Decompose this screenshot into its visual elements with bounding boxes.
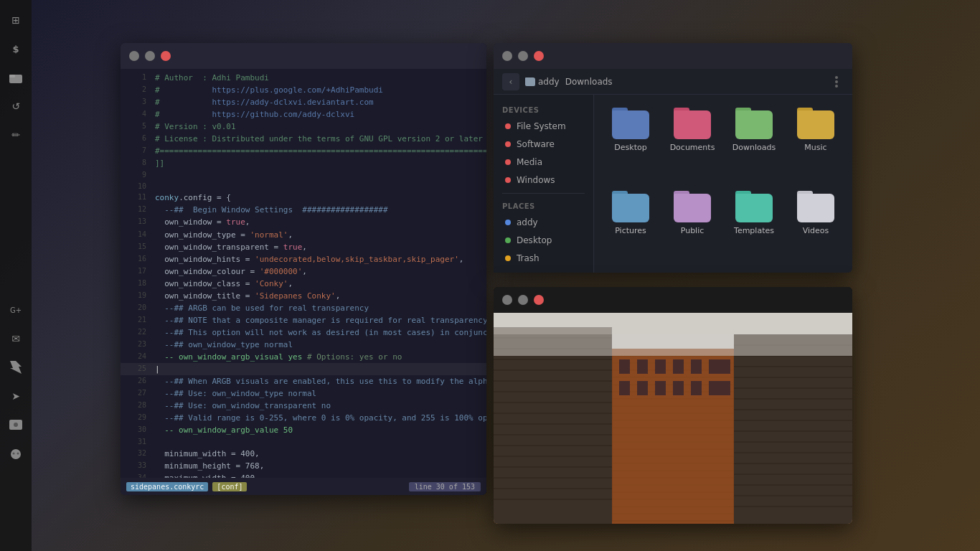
svg-rect-37 (655, 359, 666, 374)
code-line: 9 (121, 169, 486, 181)
folder-public-label: Public (681, 226, 705, 235)
code-content[interactable]: 1# Author : Adhi Pambudi 2# https://plus… (121, 69, 486, 478)
folder-desktop-icon (612, 108, 649, 139)
more-options-button[interactable] (829, 75, 844, 89)
folder-videos[interactable]: Videos (788, 187, 844, 264)
code-editor-window: 1# Author : Adhi Pambudi 2# https://plus… (121, 43, 486, 495)
dollar-icon[interactable]: $ (4, 37, 27, 60)
folder-public-icon (674, 191, 711, 222)
file-manager-body: DEVICES File System Software Media Windo… (494, 95, 852, 273)
svg-rect-44 (655, 381, 666, 395)
svg-marker-2 (10, 361, 22, 374)
folder-downloads[interactable]: Downloads (726, 103, 782, 181)
img-minimize-button[interactable] (502, 295, 512, 305)
sidebar-item-media[interactable]: Media (496, 154, 590, 171)
folder-public[interactable]: Public (664, 187, 720, 264)
code-line: 12 --## Begin Window Settings ##########… (121, 204, 486, 216)
sidebar-item-filesystem[interactable]: File System (496, 118, 590, 135)
code-line: 13 own_window = true, (121, 216, 486, 228)
deviantart-icon[interactable] (4, 356, 27, 379)
google-plus-icon[interactable]: G+ (4, 298, 27, 321)
mail-icon[interactable]: ✉ (4, 327, 27, 350)
grid-icon[interactable]: ⊞ (4, 9, 27, 32)
folder-documents[interactable]: Documents (664, 103, 720, 181)
send-icon[interactable]: ➤ (4, 385, 27, 408)
code-line: 7#======================================… (121, 145, 486, 157)
fm-minimize-button[interactable] (502, 51, 512, 61)
image-photo (494, 313, 852, 524)
svg-rect-1 (9, 75, 15, 77)
folder-videos-icon (797, 191, 834, 222)
camera-icon[interactable] (4, 413, 27, 436)
edit-icon[interactable]: ✏ (4, 123, 27, 146)
close-button[interactable] (161, 51, 171, 61)
folder-pictures-label: Pictures (615, 226, 646, 235)
fm-close-button[interactable] (534, 51, 544, 61)
fm-maximize-button[interactable] (518, 51, 528, 61)
code-statusbar: sidepanes.conkyrc [conf] line 30 of 153 (121, 478, 486, 495)
code-line: 6# License : Distributed under the terms… (121, 133, 486, 145)
code-line: 26 --## When ARGB visuals are enabled, t… (121, 375, 486, 387)
reddit-icon[interactable] (4, 442, 27, 465)
folder-documents-icon (674, 108, 711, 139)
folder-templates[interactable]: Templates (726, 187, 782, 264)
refresh-icon[interactable]: ↺ (4, 95, 27, 118)
img-maximize-button[interactable] (518, 295, 528, 305)
code-line: 8]] (121, 157, 486, 169)
sidebar-item-addy[interactable]: addy (496, 214, 590, 231)
sidebar: ⊞ $ ↺ ✏ G+ ✉ ➤ (0, 0, 32, 551)
breadcrumb-user[interactable]: addy (525, 77, 560, 87)
code-line: 33 minimum_height = 768, (121, 460, 486, 472)
code-line: 11conky.config = { (121, 192, 486, 204)
file-manager-window: ‹ addy Downloads DEVICES File System Sof… (494, 43, 852, 273)
svg-rect-66 (734, 334, 852, 524)
code-line: 17 own_window_colour = '#000000', (121, 265, 486, 278)
svg-rect-39 (691, 359, 702, 374)
code-line: 3# https://addy-dclxvi.deviantart.com (121, 96, 486, 108)
sidebar-item-desktop[interactable]: Desktop (496, 232, 590, 249)
folder-documents-label: Documents (670, 143, 715, 152)
code-line: 23 --## own_window_type normal (121, 339, 486, 351)
folder-desktop[interactable]: Desktop (603, 103, 659, 181)
breadcrumb-folder[interactable]: Downloads (565, 77, 613, 87)
image-viewer-window (494, 287, 852, 524)
folder-desktop-label: Desktop (614, 143, 646, 152)
status-filename: sidepanes.conkyrc (126, 482, 208, 491)
sidebar-item-software[interactable]: Software (496, 136, 590, 153)
img-close-button[interactable] (534, 295, 544, 305)
code-line: 29 --## Valid range is 0-255, where 0 is… (121, 412, 486, 424)
svg-rect-41 (720, 359, 730, 374)
code-line: 21 --## NOTE that a composite manager is… (121, 314, 486, 326)
sidebar-item-windows[interactable]: Windows (496, 171, 590, 189)
building-svg (494, 313, 852, 524)
addy-dot (505, 220, 511, 225)
svg-rect-40 (709, 359, 720, 374)
maximize-button[interactable] (145, 51, 155, 61)
svg-rect-35 (619, 359, 630, 374)
folder-music[interactable]: Music (788, 103, 844, 181)
folder-videos-label: Videos (803, 226, 829, 235)
code-line: 19 own_window_title = 'Sidepanes Conky', (121, 290, 486, 302)
desktop-dot (505, 237, 511, 243)
folder-templates-label: Templates (734, 226, 774, 235)
devices-section-header: DEVICES (494, 102, 593, 117)
back-button[interactable]: ‹ (502, 73, 519, 90)
folder-pictures[interactable]: Pictures (603, 187, 659, 264)
code-line-cursor: 25| (121, 363, 486, 375)
svg-rect-36 (637, 359, 648, 374)
status-conf: [conf] (212, 482, 247, 491)
code-line: 20 --## ARGB can be used for real transp… (121, 302, 486, 314)
folder-downloads-icon (735, 108, 773, 139)
folder-icon[interactable] (4, 66, 27, 89)
file-manager-titlebar (494, 43, 852, 69)
svg-rect-49 (494, 327, 612, 524)
svg-rect-45 (673, 381, 684, 395)
sidebar-item-trash[interactable]: Trash (496, 250, 590, 267)
minimize-button[interactable] (129, 51, 139, 61)
code-editor-titlebar (121, 43, 486, 69)
code-line: 31 (121, 436, 486, 448)
folder-music-label: Music (804, 143, 826, 152)
svg-rect-47 (709, 381, 720, 395)
software-dot (505, 141, 511, 147)
code-line: 24 -- own_window_argb_visual yes # Optio… (121, 351, 486, 363)
